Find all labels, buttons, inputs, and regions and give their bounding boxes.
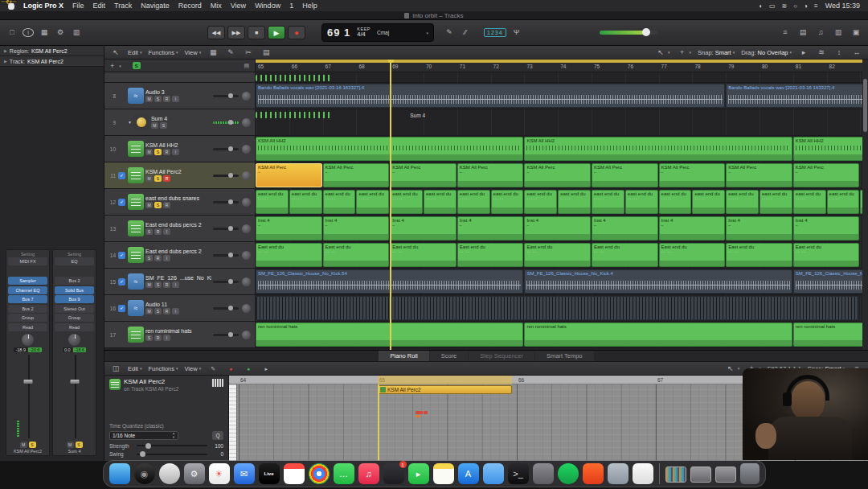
track-header[interactable]: 12✓east end dubs snaresMSR (104, 189, 256, 215)
solo-button[interactable]: S (154, 149, 162, 155)
disclosure-triangle-icon[interactable]: ▶ (4, 59, 7, 64)
region[interactable]: Bando Ballads vocals wav [2021-03-16 163… (256, 84, 725, 108)
arrange-menu-edit[interactable]: Edit▾ (128, 49, 141, 56)
menu-item-1[interactable]: 1 (289, 2, 293, 10)
midi-note[interactable] (416, 415, 420, 417)
menu-item-track[interactable]: Track (114, 2, 132, 10)
add-track-button[interactable]: + (110, 62, 114, 70)
playhead[interactable] (378, 384, 379, 461)
midi-note[interactable] (424, 411, 428, 414)
count-in-badge[interactable]: 1234 (484, 28, 506, 37)
track-name[interactable]: east end dubs snares (145, 195, 211, 201)
stop-button[interactable]: ■ (248, 26, 265, 39)
apple-music-icon[interactable]: ♫ (358, 463, 379, 484)
tuner-icon[interactable]: Ψ (514, 28, 520, 36)
lcd-time-signature[interactable]: 4/4 (357, 31, 371, 38)
mail-icon[interactable]: ✉ (234, 463, 255, 484)
track-pan-knob[interactable] (242, 198, 251, 207)
record-enable-button[interactable]: R (154, 335, 162, 341)
mixer-icon[interactable]: ▥ (71, 29, 82, 36)
solo-button[interactable]: S (154, 308, 162, 314)
input-monitor-button[interactable]: I (163, 255, 170, 261)
solo-button[interactable]: S (145, 335, 153, 341)
track-lane[interactable]: KSM All Perc–KSM All Perc–KSM All Perc–K… (256, 162, 868, 188)
snap-menu[interactable]: Snap:Smart▾ (698, 49, 735, 56)
region[interactable]: Inst 4– (592, 216, 658, 240)
strip-slot-channel-eq[interactable]: Channel EQ (8, 286, 47, 294)
window-thumbnail[interactable] (715, 466, 736, 483)
track-volume-slider[interactable] (213, 201, 239, 203)
drag-menu[interactable]: Drag:No Overlap▾ (741, 49, 792, 56)
strip-slot-group[interactable]: Group (8, 314, 47, 322)
quantize-select[interactable]: 1/16 Note ▲▼ (109, 431, 178, 440)
track-name[interactable]: Audio 3 (145, 89, 211, 95)
solo-button[interactable]: S (154, 175, 162, 182)
track-name[interactable]: East end dubs percs 2 (145, 222, 211, 228)
disclosure-triangle-icon[interactable]: ▶ (4, 48, 7, 53)
ableton-live-icon[interactable]: Live (259, 463, 280, 484)
strip-slot-bus-2[interactable]: Bus 2 (8, 305, 47, 313)
mute-button[interactable]: M (145, 175, 153, 182)
solo-button[interactable]: S (154, 96, 162, 102)
track-header[interactable]: 15✓≈SM_FE_126_...use_No_KickMSRI (104, 269, 256, 294)
track-header[interactable]: 9▼Sum 4MS (104, 109, 256, 135)
track-checkbox[interactable]: ✓ (118, 199, 125, 206)
track-lane[interactable]: Sum 4 (256, 109, 868, 135)
inspector-icon[interactable]: i (23, 28, 34, 37)
cycle-button[interactable]: ↻ (0, 0, 18, 3)
track-lane[interactable]: KSM All HH2KSM All HH2KSM All HH2 (256, 136, 868, 162)
white-app-icon[interactable] (633, 463, 653, 484)
tab-score[interactable]: Score (430, 351, 469, 361)
arrange-menu-functions[interactable]: Functions▾ (148, 49, 178, 56)
menu-item-edit[interactable]: Edit (93, 2, 106, 10)
lcd-display[interactable]: 69 1 KEEP 4/4 Cmaj ▾ (321, 23, 434, 42)
track-header[interactable]: 17ren rominimal hatsSRI (104, 322, 256, 347)
brush-tool-icon[interactable]: ✎ (207, 366, 219, 372)
launchpad-icon[interactable] (159, 463, 180, 484)
region[interactable]: Inst 4– (457, 216, 524, 240)
scissors-tool-icon[interactable]: ✂ (243, 49, 254, 56)
region[interactable]: East end du·· ·· (659, 243, 726, 267)
left-click-tool-menu[interactable]: ↖▾ (725, 365, 740, 372)
region[interactable]: Inst 4– (524, 216, 591, 240)
record-enable-button[interactable]: R (163, 96, 170, 102)
region[interactable]: KSM All Perc– (256, 163, 322, 187)
track-name[interactable]: ren rominimal hats (145, 328, 211, 334)
midi-out-icon[interactable]: ● (243, 366, 254, 372)
region[interactable]: Inst 4– (659, 216, 726, 240)
main-window-icon[interactable]: □ (6, 29, 18, 36)
region[interactable]: east end du····· (558, 190, 591, 214)
track-lane[interactable]: east end du·····east end du·····east end… (256, 189, 868, 215)
midi-region-header[interactable]: KSM All Perc2 (378, 385, 512, 394)
region[interactable]: Bando Ballads vocals wav [2021-03-16 163… (726, 84, 868, 108)
notification-center-icon[interactable]: ≡ (814, 2, 818, 10)
midi-in-icon[interactable]: ● (225, 366, 236, 372)
region[interactable]: East end du·· ·· (524, 243, 591, 267)
brave-icon[interactable] (583, 463, 604, 484)
region[interactable]: KSM All Perc– (592, 163, 658, 187)
region[interactable]: east end du····· (323, 190, 356, 214)
solo-button[interactable]: S (145, 228, 153, 235)
region[interactable]: East end du·· ·· (457, 243, 524, 267)
input-monitor-button[interactable]: I (172, 308, 179, 314)
solo-chip[interactable]: S (133, 62, 141, 69)
strip-slot-group[interactable]: Group (55, 314, 94, 322)
track-name[interactable]: Sum 4 (151, 116, 211, 121)
editor-menu-functions[interactable]: Functions▾ (148, 365, 178, 372)
track-inspector-header[interactable]: ▶ Track: KSM All Perc2 (0, 56, 104, 67)
strip-slot-sampler[interactable]: Sampler (8, 277, 47, 285)
solo-button[interactable]: S (29, 442, 36, 448)
control-bar-icon[interactable]: ▣ (850, 29, 862, 36)
mute-button[interactable]: M (67, 442, 74, 448)
track-name[interactable]: East end dubs percs 2 (145, 249, 211, 254)
strip-slot-bus-2[interactable]: Bus 2 (55, 277, 94, 285)
catch-playhead-icon[interactable]: ▸ (798, 49, 809, 56)
track-pan-knob[interactable] (242, 145, 251, 154)
region[interactable]: KSM All Perc– (390, 163, 457, 187)
mute-button[interactable]: M (20, 442, 27, 448)
editor-menu-edit[interactable]: Edit▾ (128, 365, 141, 372)
stack-disclosure-icon[interactable]: ▼ (128, 120, 132, 125)
region[interactable]: Inst 4– (256, 216, 322, 240)
track-volume-slider[interactable] (213, 281, 239, 283)
track-checkbox[interactable] (118, 225, 125, 232)
